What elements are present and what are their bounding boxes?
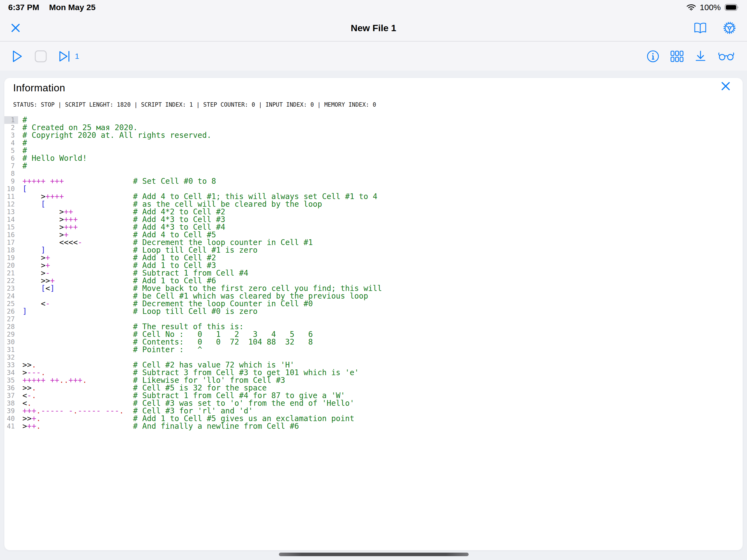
code-line[interactable]: 28 # The result of this is: (4, 323, 743, 331)
code-line[interactable]: 3# Copyright 2020 at. All rights reserve… (4, 131, 743, 139)
inspect-button[interactable] (718, 51, 735, 61)
code-line[interactable]: 19 >+ # Add 1 to Cell #2 (4, 254, 743, 262)
line-content: >- # Subtract 1 from Cell #4 (18, 269, 248, 277)
stop-button[interactable] (34, 50, 47, 62)
code-line[interactable]: 5# (4, 147, 743, 154)
line-number: 3 (4, 131, 18, 139)
code-line[interactable]: 29 # Cell No : 0 1 2 3 4 5 6 (4, 331, 743, 338)
code-line[interactable]: 15 >+++ # Add 4*3 to Cell #4 (4, 223, 743, 231)
line-number: 6 (4, 154, 18, 162)
code-editor[interactable]: 1#2# Created on 25 мая 2020.3# Copyright… (4, 116, 743, 430)
line-content: >>. # Cell #2 has value 72 which is 'H' (18, 361, 294, 369)
line-content: <- # Decrement the loop Counter in Cell … (18, 300, 313, 308)
download-button[interactable] (695, 50, 706, 62)
line-content: <. # Cell #3 was set to 'o' from the end… (18, 400, 354, 407)
memory-cells-icon (670, 51, 684, 62)
info-button[interactable] (646, 50, 660, 63)
code-line[interactable]: 6# Hello World! (4, 154, 743, 162)
glasses-icon (718, 51, 735, 61)
code-line[interactable]: 30 # Contents: 0 0 72 104 88 32 8 (4, 338, 743, 346)
close-icon (721, 81, 730, 91)
code-line[interactable]: 23 [<] # Move back to the first zero cel… (4, 285, 743, 292)
line-number: 2 (4, 124, 18, 131)
code-line[interactable]: 10[ (4, 185, 743, 193)
code-line[interactable]: 33>>. # Cell #2 has value 72 which is 'H… (4, 361, 743, 369)
line-content: >+ # Add 1 to Cell #3 (18, 262, 216, 269)
line-number: 38 (4, 400, 18, 407)
line-number: 40 (4, 415, 18, 423)
code-line[interactable]: 12 [ # as the cell will be cleared by th… (4, 200, 743, 208)
code-line[interactable]: 31 # Pointer : ^ (4, 346, 743, 354)
code-line[interactable]: 20 >+ # Add 1 to Cell #3 (4, 262, 743, 269)
line-number: 37 (4, 392, 18, 400)
code-line[interactable]: 41>++. # And finally a newline from Cell… (4, 423, 743, 430)
line-number: 20 (4, 262, 18, 269)
code-line[interactable]: 22 >>+ # Add 1 to Cell #6 (4, 277, 743, 285)
line-content: <-. # Subtract 1 from Cell #4 for 87 to … (18, 392, 345, 400)
code-line[interactable]: 32 (4, 354, 743, 361)
line-number: 11 (4, 193, 18, 200)
code-line[interactable]: 37<-. # Subtract 1 from Cell #4 for 87 t… (4, 392, 743, 400)
line-content: <<<<- # Decrement the loop counter in Ce… (18, 239, 313, 246)
content-area: Information STATUS: STOP | SCRIPT LENGHT… (0, 71, 747, 560)
battery-full-icon (725, 4, 739, 11)
interpreter-status: STATUS: STOP | SCRIPT LENGHT: 1820 | SCR… (4, 94, 743, 108)
page-title: New File 1 (0, 23, 747, 33)
line-content: >+++ # Add 4*3 to Cell #4 (18, 223, 225, 231)
code-line[interactable]: 17 <<<<- # Decrement the loop counter in… (4, 239, 743, 246)
line-content: >+ # Add 1 to Cell #2 (18, 254, 216, 262)
line-number: 31 (4, 346, 18, 354)
code-line[interactable]: 8 (4, 170, 743, 177)
line-content: # Pointer : ^ (18, 346, 202, 354)
code-line[interactable]: 34>---. # Subtract 3 from Cell #3 to get… (4, 369, 743, 377)
line-number: 16 (4, 231, 18, 239)
line-number: 24 (4, 292, 18, 300)
line-content (18, 354, 22, 361)
code-line[interactable]: 39+++.----- -.----- ---. # Cell #3 for '… (4, 407, 743, 415)
line-number: 36 (4, 384, 18, 392)
code-line[interactable]: 1# (4, 116, 743, 124)
code-line[interactable]: 18 ] # Loop till Cell #1 is zero (4, 246, 743, 254)
line-number: 34 (4, 369, 18, 377)
line-content: +++.----- -.----- ---. # Cell #3 for 'rl… (18, 407, 253, 415)
code-line[interactable]: 16 >+ # Add 4 to Cell #5 (4, 231, 743, 239)
code-line[interactable]: 21 >- # Subtract 1 from Cell #4 (4, 269, 743, 277)
step-button[interactable] (58, 50, 71, 62)
memory-cells-button[interactable] (670, 51, 684, 62)
code-line[interactable]: 24 # be Cell #1 which was cleared by the… (4, 292, 743, 300)
home-indicator[interactable] (279, 553, 469, 556)
code-line[interactable]: 11 >++++ # Add 4 to Cell #1; this will a… (4, 193, 743, 200)
line-content: [<] # Move back to the first zero cell y… (18, 285, 382, 292)
wifi-icon (687, 4, 696, 11)
line-content: # (18, 162, 27, 170)
code-line[interactable]: 26] # Loop till Cell #0 is zero (4, 308, 743, 315)
code-line[interactable]: 9+++++ +++ # Set Cell #0 to 8 (4, 177, 743, 185)
code-line[interactable]: 4# (4, 139, 743, 147)
code-line[interactable]: 27 (4, 315, 743, 323)
code-line[interactable]: 7# (4, 162, 743, 170)
code-line[interactable]: 40>>+. # Add 1 to Cell #5 gives us an ex… (4, 415, 743, 423)
code-line[interactable]: 25 <- # Decrement the loop Counter in Ce… (4, 300, 743, 308)
line-content: >---. # Subtract 3 from Cell #3 to get 1… (18, 369, 359, 377)
line-number: 32 (4, 354, 18, 361)
code-line[interactable]: 13 >++ # Add 4*2 to Cell #2 (4, 208, 743, 216)
line-content: >+ # Add 4 to Cell #5 (18, 231, 216, 239)
code-line[interactable]: 2# Created on 25 мая 2020. (4, 124, 743, 131)
line-number: 29 (4, 331, 18, 338)
line-number: 7 (4, 162, 18, 170)
run-button[interactable] (12, 50, 23, 63)
line-content: # The result of this is: (18, 323, 243, 331)
step-count: 1 (75, 52, 79, 61)
code-area: 1#2# Created on 25 мая 2020.3# Copyright… (4, 116, 743, 430)
line-number: 23 (4, 285, 18, 292)
code-line[interactable]: 35+++++ ++..+++. # Likewise for 'llo' fr… (4, 377, 743, 384)
line-number: 35 (4, 377, 18, 384)
code-line[interactable]: 14 >+++ # Add 4*3 to Cell #3 (4, 216, 743, 223)
code-line[interactable]: 38<. # Cell #3 was set to 'o' from the e… (4, 400, 743, 407)
line-number: 1 (4, 116, 18, 124)
line-number: 10 (4, 185, 18, 193)
line-content: # Hello World! (18, 154, 87, 162)
line-content: >++++ # Add 4 to Cell #1; this will alwa… (18, 193, 377, 200)
panel-close-button[interactable] (721, 81, 730, 91)
code-line[interactable]: 36>>. # Cell #5 is 32 for the space (4, 384, 743, 392)
